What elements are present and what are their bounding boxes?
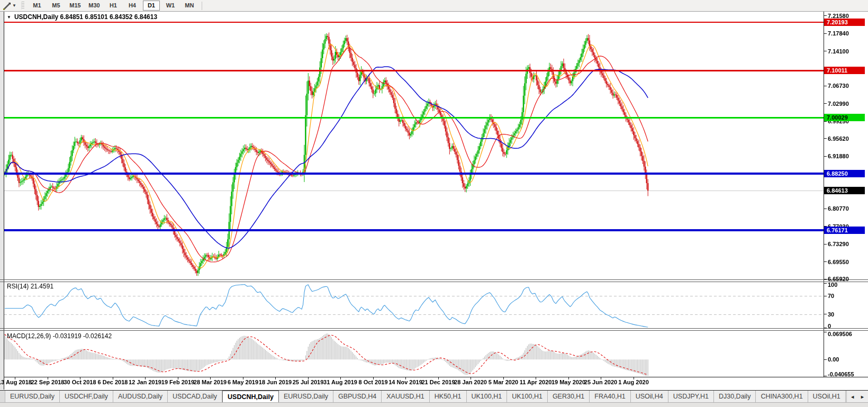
date-tick-label: 6 Dec 2018 bbox=[98, 379, 128, 385]
toolbar-dropdown-icon[interactable]: ▼ bbox=[12, 3, 16, 8]
macd-tick-label: 0.069506 bbox=[828, 331, 852, 337]
tab-scroll-controls: ◄ ► bbox=[846, 391, 868, 403]
status-strip bbox=[0, 402, 868, 407]
date-tick-label: 19 May 2020 bbox=[551, 379, 585, 385]
date-tick-label: 21 Dec 2019 bbox=[422, 379, 455, 385]
date-tick-label: 18 Jun 2019 bbox=[259, 379, 292, 385]
price-level-badge: 7.20193 bbox=[824, 19, 865, 26]
chart-tab-usdchf-daily[interactable]: USDCHF,Daily bbox=[60, 391, 113, 403]
macd-indicator-label: MACD(12,26,9) -0.031919 -0.026142 bbox=[7, 332, 112, 340]
date-tick-label: 28 Mar 2019 bbox=[194, 379, 227, 385]
price-tick-label: 7.14100 bbox=[828, 48, 849, 55]
chart-tab-hk50-h1[interactable]: HK50,H1 bbox=[430, 391, 467, 403]
price-tick-label: 6.80770 bbox=[828, 205, 849, 212]
timeframe-button-h1[interactable]: H1 bbox=[105, 1, 122, 11]
price-tick-label: 7.17840 bbox=[828, 30, 849, 37]
date-tick-label: 28 Jan 2020 bbox=[454, 379, 487, 385]
date-tick-label: 22 Sep 2018 bbox=[31, 379, 65, 385]
price-level-badge: 6.76171 bbox=[824, 227, 865, 234]
price-tick-label: 6.91880 bbox=[828, 153, 849, 159]
timeframe-button-d1[interactable]: D1 bbox=[143, 1, 160, 11]
chart-tab-china300-h1[interactable]: CHINA300,H1 bbox=[756, 391, 808, 403]
rsi-tick-label: 70 bbox=[828, 293, 834, 299]
rsi-tick-label: 30 bbox=[828, 311, 834, 318]
chart-tab-usdcad-daily[interactable]: USDCAD,Daily bbox=[168, 391, 222, 403]
chart-tab-xauusd-h1[interactable]: XAUUSD,H1 bbox=[382, 391, 430, 403]
price-tick-label: 7.21580 bbox=[828, 13, 849, 19]
macd-tick-label: 0.00 bbox=[828, 356, 839, 363]
rsi-tick-label: 0 bbox=[828, 323, 831, 329]
date-tick-label: 5 Mar 2020 bbox=[489, 379, 518, 385]
chart-title-text: USDCNH,Daily 6.84851 6.85101 6.84352 6.8… bbox=[14, 13, 157, 21]
price-level-badge: 6.88250 bbox=[824, 170, 865, 177]
chart-menu-arrow-icon[interactable]: ▼ bbox=[7, 15, 11, 20]
chart-tab-dj30-daily[interactable]: DJ30,Daily bbox=[714, 391, 756, 403]
price-tick-label: 7.02990 bbox=[828, 101, 849, 107]
macd-tick-label: -0.040655 bbox=[828, 371, 854, 377]
price-tick-label: 6.73290 bbox=[828, 241, 849, 247]
chart-title: ▼ USDCNH,Daily 6.84851 6.85101 6.84352 6… bbox=[7, 13, 157, 21]
date-tick-label: 31 Aug 2019 bbox=[323, 379, 357, 385]
price-level-badge: 7.00029 bbox=[824, 114, 865, 121]
mt4-window: ▼ M1M5M15M30H1H4D1W1MN ▼ USDCNH,Daily 6.… bbox=[0, 0, 868, 407]
tab-bar-notch bbox=[0, 391, 5, 403]
price-level-badge: 7.10011 bbox=[824, 67, 865, 74]
rsi-indicator-label: RSI(14) 21.4591 bbox=[7, 283, 53, 290]
chart-tab-usdjpy-h1[interactable]: USDJPY,H1 bbox=[668, 391, 714, 403]
date-tick-label: 25 Jul 2019 bbox=[293, 379, 324, 385]
toolbar-separator bbox=[202, 2, 202, 10]
chart-tab-audusd-daily[interactable]: AUDUSD,Daily bbox=[113, 391, 168, 403]
chart-tab-bar: EURUSD,DailyUSDCHF,DailyAUDUSD,DailyUSDC… bbox=[0, 390, 868, 403]
main-chart-canvas[interactable] bbox=[0, 0, 868, 407]
cursor-tool-icon[interactable] bbox=[2, 2, 12, 10]
date-tick-label: 13 Aug 2018 bbox=[0, 379, 32, 385]
tab-list: EURUSD,DailyUSDCHF,DailyAUDUSD,DailyUSDC… bbox=[5, 391, 846, 403]
rsi-tick-label: 100 bbox=[828, 282, 837, 288]
chart-tab-eurusd-daily[interactable]: EURUSD,Daily bbox=[5, 391, 60, 403]
chart-tab-ger30-h1[interactable]: GER30,H1 bbox=[548, 391, 590, 403]
price-tick-label: 6.69550 bbox=[828, 259, 849, 265]
chart-tab-usoil-h4[interactable]: USOil,H4 bbox=[631, 391, 668, 403]
chart-tab-usdcnh-daily[interactable]: USDCNH,Daily bbox=[222, 391, 279, 403]
timeframe-button-m5[interactable]: M5 bbox=[48, 1, 65, 11]
date-tick-label: 25 Jun 2020 bbox=[584, 379, 617, 385]
tab-scroll-right-icon[interactable]: ► bbox=[860, 394, 865, 400]
date-tick-label: 1 Aug 2020 bbox=[618, 379, 649, 385]
chart-tab-gbpusd-h4[interactable]: GBPUSD,H4 bbox=[333, 391, 382, 403]
chart-tab-uk100-h1[interactable]: UK100,H1 bbox=[467, 391, 508, 403]
date-tick-label: 19 Feb 2019 bbox=[161, 379, 194, 385]
date-tick-label: 11 Apr 2020 bbox=[520, 379, 552, 385]
timeframe-button-w1[interactable]: W1 bbox=[162, 1, 179, 11]
top-toolbar: ▼ M1M5M15M30H1H4D1W1MN bbox=[0, 0, 868, 12]
date-tick-label: 6 May 2019 bbox=[228, 379, 258, 385]
date-tick-label: 30 Oct 2018 bbox=[64, 379, 96, 385]
timeframe-button-m15[interactable]: M15 bbox=[67, 1, 84, 11]
current-price-badge: 6.84613 bbox=[824, 187, 865, 194]
timeframe-button-mn[interactable]: MN bbox=[181, 1, 198, 11]
timeframe-button-h4[interactable]: H4 bbox=[124, 1, 141, 11]
date-tick-label: 14 Nov 2019 bbox=[388, 379, 422, 385]
chart-tab-fra40-h1[interactable]: FRA40,H1 bbox=[590, 391, 630, 403]
timeframe-button-m1[interactable]: M1 bbox=[29, 1, 46, 11]
chart-tab-eurusd-daily[interactable]: EURUSD,Daily bbox=[279, 391, 333, 403]
price-tick-label: 7.06730 bbox=[828, 83, 849, 89]
date-tick-label: 12 Jan 2019 bbox=[129, 379, 161, 385]
date-tick-label: 8 Oct 2019 bbox=[358, 379, 387, 385]
chart-tab-usoil-h1[interactable]: USOil,H1 bbox=[808, 391, 846, 403]
chart-tab-uk100-h1[interactable]: UK100,H1 bbox=[507, 391, 548, 403]
toolbar-grip-handle[interactable] bbox=[21, 2, 24, 10]
timeframe-button-m30[interactable]: M30 bbox=[86, 1, 103, 11]
timeframe-button-group: M1M5M15M30H1H4D1W1MN bbox=[28, 1, 199, 11]
tab-scroll-left-icon[interactable]: ◄ bbox=[850, 394, 855, 400]
price-tick-label: 6.95620 bbox=[828, 135, 849, 142]
